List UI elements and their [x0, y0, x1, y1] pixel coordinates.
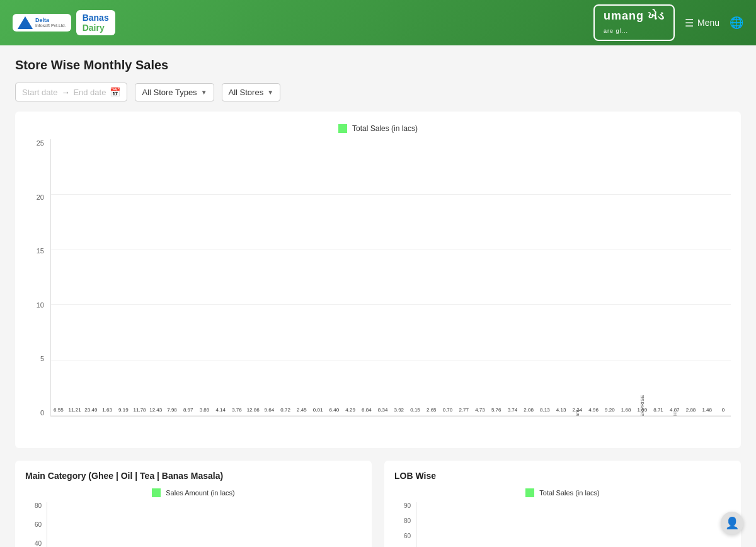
- bar-value-label: 6.40: [329, 407, 340, 413]
- y-axis-label: 25: [25, 139, 48, 147]
- start-date-label: Start date: [22, 88, 57, 97]
- bar-value-label: 8.97: [183, 407, 193, 413]
- bottom-charts-area: Main Category (Ghee | Oil | Tea | Banas …: [15, 461, 741, 547]
- grid-line: [51, 304, 731, 305]
- bar-value-label: 23.49: [84, 407, 97, 413]
- grid-line: [51, 194, 731, 195]
- y-axis-label: 10: [25, 301, 48, 309]
- mini-y-axis-right: 02040608090: [394, 502, 413, 547]
- bar-value-label: 3.74: [508, 407, 518, 413]
- bar-value-label: 0.70: [443, 407, 453, 413]
- header-right: umang ખેડ are gl... ☰ Menu 🌐: [593, 4, 743, 41]
- app-header: Delta Infosoft Pvt.Ltd. Banas Dairy uman…: [0, 0, 756, 45]
- menu-button[interactable]: ☰ Menu: [685, 17, 719, 29]
- bar-value-label: 2.65: [427, 407, 437, 413]
- date-arrow-icon: →: [61, 88, 69, 97]
- user-avatar[interactable]: 👤: [721, 512, 743, 534]
- bar-value-label: 0.01: [313, 407, 323, 413]
- grid-lines: [51, 139, 731, 416]
- legend-label-left: Sales Amount (in lacs): [166, 489, 234, 497]
- bar-value-label: 4.14: [215, 407, 226, 413]
- grid-line: [51, 360, 731, 360]
- bar-value-label: 8.34: [378, 407, 388, 413]
- mini-chart-inner-right: 89.83LOB130LOB2: [416, 502, 731, 547]
- bar-value-label: 7.98: [167, 407, 177, 413]
- lob-wise-chart: LOB Wise Total Sales (in lacs) 020406080…: [384, 461, 741, 547]
- bar-value-label: 2.08: [524, 407, 534, 413]
- grid-line: [51, 250, 731, 250]
- end-date-label: End date: [73, 88, 106, 97]
- bar-value-label: 6.84: [362, 407, 372, 413]
- mini-y-label-right: 60: [394, 533, 413, 539]
- bar-value-label: 8.13: [540, 407, 550, 413]
- bar-value-label: 0.15: [410, 407, 420, 413]
- bar-value-label: 3.92: [394, 407, 404, 413]
- bar-value-label: 11.78: [134, 407, 146, 413]
- banas-bottom: Dairy: [83, 23, 109, 33]
- y-axis-label: 5: [25, 355, 48, 362]
- bar-value-label: 9.20: [605, 407, 615, 413]
- delta-label: Delta: [35, 18, 66, 24]
- stores-label: All Stores: [229, 88, 264, 97]
- legend-box-right: [525, 488, 534, 497]
- globe-icon[interactable]: 🌐: [730, 16, 743, 30]
- mini-y-label-right: 80: [394, 517, 413, 524]
- legend-color-box: [338, 124, 347, 133]
- calendar-icon: 📅: [110, 87, 120, 97]
- logo-area: Delta Infosoft Pvt.Ltd. Banas Dairy: [13, 10, 115, 35]
- delta-triangle-icon: [18, 16, 33, 29]
- bar-value-label: 0.72: [280, 407, 290, 413]
- bar-value-label: 1.63: [102, 407, 112, 413]
- page-title: Store Wise Monthly Sales: [15, 58, 741, 72]
- delta-logo: Delta Infosoft Pvt.Ltd.: [13, 14, 71, 32]
- bar-value-label: 3.76: [232, 407, 242, 413]
- bar-value-label: 6.55: [54, 407, 64, 413]
- main-category-chart: Main Category (Ghee | Oil | Tea | Banas …: [15, 461, 372, 547]
- banas-top: Banas: [83, 13, 109, 23]
- legend-label: Total Sales (in lacs): [352, 124, 418, 133]
- bar-value-label: 3.89: [200, 407, 210, 413]
- bar-value-label: 1.68: [621, 407, 631, 413]
- main-chart-container: Total Sales (in lacs) 0510152025 6.55Kum…: [15, 112, 741, 448]
- delta-text-block: Delta Infosoft Pvt.Ltd.: [35, 18, 66, 28]
- main-chart-legend: Total Sales (in lacs): [25, 124, 731, 133]
- bar-value-label: 5.76: [491, 407, 501, 413]
- y-axis-label: 20: [25, 193, 48, 201]
- bar-value-label: 8.71: [653, 407, 663, 413]
- chevron-down-icon-stores: ▼: [267, 89, 273, 96]
- filter-bar: Start date → End date 📅 All Store Types …: [15, 83, 741, 101]
- date-range-picker[interactable]: Start date → End date 📅: [15, 83, 127, 101]
- stores-dropdown[interactable]: All Stores ▼: [222, 83, 281, 101]
- bar-value-label: 2.77: [459, 407, 469, 413]
- y-axis: 0510152025: [25, 139, 48, 417]
- store-types-dropdown[interactable]: All Store Types ▼: [135, 83, 214, 101]
- bar-value-label: 11.21: [69, 407, 81, 413]
- mini-y-label: 80: [25, 502, 44, 509]
- delta-sub-label: Infosoft Pvt.Ltd.: [35, 23, 66, 28]
- y-axis-label: 15: [25, 247, 48, 255]
- bar-value-label: 2.45: [297, 407, 307, 413]
- bar-value-label: 0: [722, 407, 724, 413]
- mini-y-label: 60: [25, 521, 44, 528]
- mini-y-axis-left: 020406080: [25, 502, 44, 547]
- y-axis-label: 0: [25, 409, 48, 417]
- bar-value-label: 12.86: [247, 407, 260, 413]
- mini-y-label: 40: [25, 540, 44, 547]
- lob-wise-legend: Total Sales (in lacs): [394, 488, 731, 497]
- lob-wise-chart-inner: 0204060809089.83LOB130LOB2: [394, 502, 731, 547]
- bar-value-label: 4.73: [475, 407, 485, 413]
- lob-wise-title: LOB Wise: [394, 471, 731, 481]
- banas-logo: Banas Dairy: [76, 10, 115, 35]
- bar-value-label: 12.43: [149, 407, 162, 413]
- main-category-chart-inner: 02040608073.15Ghee20Oil10Tea5Masala: [25, 502, 362, 547]
- bar-value-label: 9.19: [118, 407, 129, 413]
- grid-line: [51, 415, 731, 416]
- umang-logo: umang ખેડ are gl...: [593, 4, 675, 41]
- main-content: Store Wise Monthly Sales Start date → En…: [0, 45, 756, 547]
- store-types-label: All Store Types: [142, 88, 197, 97]
- hamburger-icon: ☰: [685, 17, 694, 29]
- mini-y-label-right: 90: [394, 502, 413, 509]
- legend-label-right: Total Sales (in lacs): [539, 489, 599, 497]
- main-chart-inner: 6.55Kumar11.21NanGola23.49Thaver1.63Subh…: [50, 139, 731, 417]
- main-chart-wrapper: 0510152025 6.55Kumar11.21NanGola23.49Tha…: [25, 139, 731, 442]
